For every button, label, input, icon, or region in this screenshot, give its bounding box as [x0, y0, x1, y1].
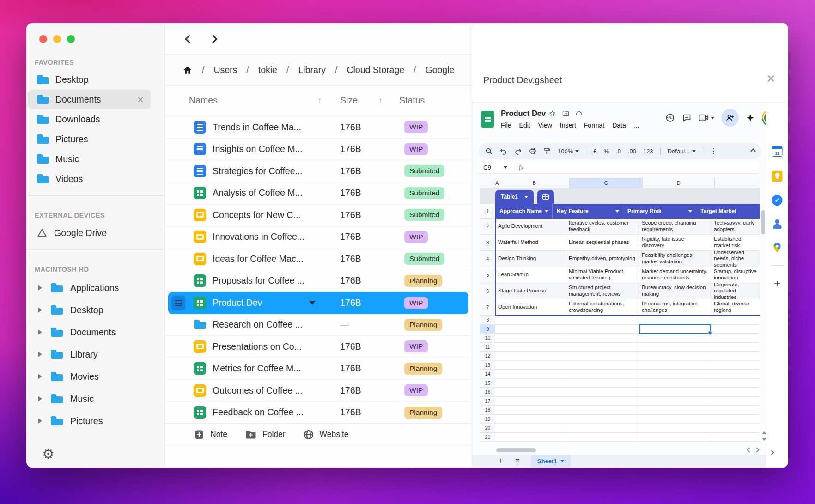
- sidebar-item[interactable]: Applications: [26, 277, 164, 299]
- sidebar-item[interactable]: Pictures: [26, 410, 164, 432]
- column-header[interactable]: D: [643, 178, 715, 188]
- sidebar-item[interactable]: Videos: [26, 169, 164, 189]
- add-sheet-button[interactable]: +: [498, 456, 503, 466]
- row-number[interactable]: 8: [480, 316, 495, 325]
- star-icon[interactable]: [549, 110, 556, 117]
- row-number[interactable]: 21: [480, 433, 495, 442]
- sheet-cell[interactable]: [566, 424, 639, 433]
- sheet-cell[interactable]: [711, 415, 760, 424]
- font-style-select[interactable]: Defaul...: [668, 148, 696, 155]
- breadcrumb-item[interactable]: Library: [298, 65, 326, 75]
- breadcrumb-item[interactable]: Users: [213, 65, 237, 75]
- row-number[interactable]: 10: [480, 334, 495, 343]
- sheet-cell[interactable]: [495, 424, 566, 433]
- currency-format-button[interactable]: £: [593, 148, 596, 155]
- meet-camera-button[interactable]: [699, 114, 714, 122]
- percent-format-button[interactable]: %: [603, 148, 609, 155]
- column-header[interactable]: B: [499, 178, 570, 188]
- file-row[interactable]: Insights on Coffee M... 176B WIP: [165, 139, 472, 161]
- row-number[interactable]: 2: [480, 219, 495, 235]
- sheet-cell[interactable]: [566, 397, 639, 406]
- sort-ascending-icon[interactable]: ↑: [317, 95, 322, 106]
- sheet-cell[interactable]: Linear, sequential phases: [566, 235, 639, 251]
- sheet-cell[interactable]: Rigidity, late issue discovery: [639, 235, 711, 251]
- sheet-cell[interactable]: [566, 388, 639, 397]
- close-window-button[interactable]: [39, 35, 47, 43]
- print-icon[interactable]: [529, 147, 536, 155]
- table-header-cell[interactable]: Target Market: [696, 204, 760, 219]
- sheet-cell[interactable]: [495, 334, 566, 343]
- row-number[interactable]: 7: [480, 299, 495, 316]
- disclosure-triangle-icon[interactable]: [38, 374, 42, 379]
- sheet-cell[interactable]: [711, 379, 760, 388]
- sheet-cell[interactable]: [566, 343, 639, 352]
- sheet-cell[interactable]: Open Innovation: [495, 299, 566, 316]
- collapse-toolbar-icon[interactable]: [750, 148, 755, 153]
- sheet-cell[interactable]: [711, 388, 760, 397]
- forward-icon[interactable]: [209, 35, 217, 43]
- file-row[interactable]: Product Dev 176B WIP: [168, 292, 468, 314]
- file-row[interactable]: Strategies for Coffee... 176B Submited: [165, 160, 472, 182]
- panel-expand-icon[interactable]: ›: [771, 445, 774, 458]
- name-box[interactable]: C9: [483, 164, 507, 171]
- menu-item[interactable]: Format: [584, 121, 604, 129]
- spreadsheet-grid[interactable]: ABCD Table1 1: [480, 178, 760, 442]
- sheet-cell[interactable]: [639, 361, 711, 370]
- sheet-cell[interactable]: [711, 424, 760, 433]
- horizontal-scrollbar[interactable]: [496, 448, 536, 452]
- row-number[interactable]: 13: [480, 361, 495, 370]
- version-history-icon[interactable]: [665, 113, 675, 123]
- sheet-cell[interactable]: [495, 316, 566, 325]
- sheet-cell[interactable]: Iterative cycles, customer feedback: [566, 219, 639, 235]
- sidebar-item[interactable]: Music: [26, 149, 164, 169]
- sheet-cell[interactable]: [639, 406, 711, 415]
- sheet-cell[interactable]: [711, 352, 760, 361]
- menu-item[interactable]: File: [501, 121, 511, 129]
- new-note-button[interactable]: Note: [194, 429, 227, 440]
- sort-ascending-icon[interactable]: ↑: [378, 95, 383, 106]
- sheet-cell[interactable]: [639, 352, 711, 361]
- menu-item[interactable]: ...: [634, 121, 639, 129]
- breadcrumb-item[interactable]: Google: [426, 65, 455, 75]
- decrease-decimal-button[interactable]: .0: [616, 148, 621, 155]
- sheet-cell[interactable]: Design Thinking: [495, 251, 566, 267]
- chevron-down-icon[interactable]: [615, 210, 619, 213]
- file-row[interactable]: Presentations on Co... 176B WIP: [165, 336, 472, 358]
- row-number[interactable]: 12: [480, 352, 495, 361]
- close-icon[interactable]: [766, 74, 775, 83]
- sheet-cell[interactable]: Minimal Viable Product, validated learni…: [566, 267, 639, 283]
- sidebar-item-google-drive[interactable]: Google Drive: [26, 223, 164, 243]
- sheet-cell[interactable]: [711, 325, 760, 334]
- close-icon[interactable]: [137, 96, 144, 103]
- sheet-cell[interactable]: [566, 370, 639, 379]
- sheet-cell[interactable]: [495, 379, 566, 388]
- file-row[interactable]: Proposals for Coffee ... 176B Planning: [165, 270, 472, 292]
- column-header-size[interactable]: Size: [340, 95, 358, 106]
- row-number[interactable]: 1: [480, 204, 495, 219]
- row-number[interactable]: 11: [480, 343, 495, 352]
- file-row[interactable]: Metrics for Coffee M... 176B Planning: [165, 358, 472, 380]
- sheet-cell[interactable]: Bureaucracy, slow decision making: [639, 283, 711, 299]
- row-number[interactable]: 18: [480, 406, 495, 415]
- more-options-icon[interactable]: ⋮: [710, 147, 717, 155]
- sheet-cell[interactable]: [711, 361, 760, 370]
- sidebar-item[interactable]: Desktop: [26, 299, 164, 321]
- sheet-cell[interactable]: [495, 370, 566, 379]
- row-number[interactable]: 5: [480, 267, 495, 283]
- menu-item[interactable]: View: [538, 121, 552, 129]
- table-header-cell[interactable]: Key Feature: [553, 204, 623, 219]
- calendar-icon[interactable]: 31: [772, 146, 783, 157]
- sidebar-item[interactable]: Library: [26, 343, 164, 365]
- sheet-cell[interactable]: [495, 343, 566, 352]
- sheet-cell[interactable]: [711, 406, 760, 415]
- column-header-names[interactable]: Names: [189, 95, 218, 106]
- cloud-status-icon[interactable]: [575, 110, 583, 117]
- sheet-cell[interactable]: [711, 334, 760, 343]
- sheet-cell[interactable]: [495, 388, 566, 397]
- sheet-cell[interactable]: [639, 343, 711, 352]
- file-row[interactable]: Research on Coffee ... — Planning: [165, 314, 472, 336]
- sheet-cell[interactable]: [711, 343, 760, 352]
- contacts-icon[interactable]: [772, 219, 783, 230]
- sheet-cell[interactable]: [711, 433, 760, 442]
- sidebar-item[interactable]: Pictures: [26, 129, 164, 149]
